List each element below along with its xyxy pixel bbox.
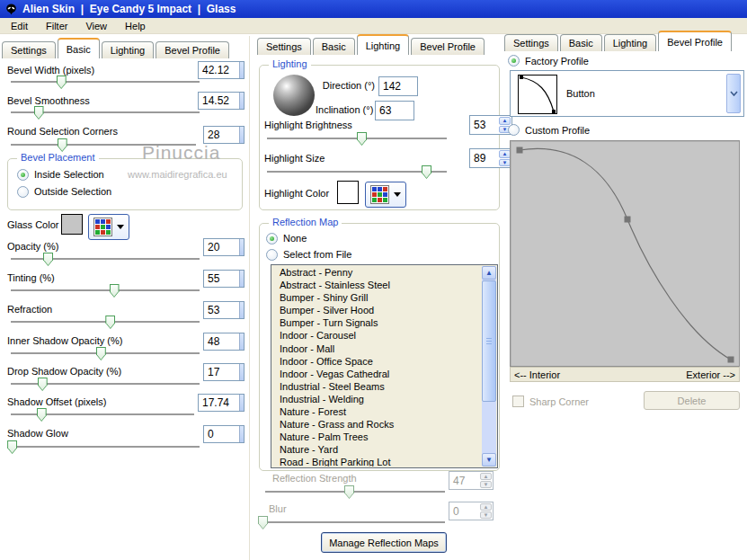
slider-thumb[interactable] — [34, 106, 44, 120]
slider-thumb[interactable] — [38, 378, 48, 391]
radio-label[interactable]: Select from File — [283, 249, 351, 260]
list-item[interactable]: Bumper - Silver Hood — [273, 304, 481, 316]
radio-label[interactable]: None — [283, 233, 307, 244]
radio-label[interactable]: Custom Profile — [525, 125, 590, 136]
highlight-color-picker-button[interactable] — [365, 182, 406, 208]
slider-thumb[interactable] — [58, 138, 67, 152]
drop-shadow-input[interactable]: 17 — [203, 363, 245, 381]
value-spinner[interactable] — [239, 302, 244, 318]
menu-edit[interactable]: Edit — [2, 20, 37, 32]
shadow-offset-input[interactable]: 17.74 — [198, 394, 245, 412]
value-spinner[interactable] — [239, 395, 244, 411]
list-item[interactable]: Indoor - Vegas Cathedral — [273, 368, 481, 380]
highlight-color-swatch[interactable] — [337, 181, 359, 204]
tab-bevel-profile[interactable]: Bevel Profile — [658, 31, 732, 51]
tab-bevel-profile[interactable]: Bevel Profile — [411, 38, 485, 55]
slider-thumb[interactable] — [422, 165, 431, 179]
tinting-input[interactable]: 55 — [203, 270, 245, 288]
menu-view[interactable]: View — [76, 20, 116, 32]
slider-thumb[interactable] — [7, 440, 17, 454]
value-spinner[interactable] — [239, 127, 244, 143]
curve-handle[interactable] — [625, 217, 631, 223]
glass-color-swatch[interactable] — [61, 214, 83, 235]
slider-thumb[interactable] — [96, 347, 106, 360]
scroll-up-icon[interactable]: ▲ — [482, 266, 496, 280]
bevel-smoothness-input[interactable]: 14.52 — [198, 92, 245, 110]
list-item[interactable]: Nature - Forest — [273, 405, 481, 418]
slider-thumb[interactable] — [37, 408, 47, 422]
round-corners-input[interactable]: 28 — [203, 126, 245, 144]
tab-settings[interactable]: Settings — [2, 41, 56, 58]
highlight-size-slider[interactable] — [267, 171, 447, 173]
list-item[interactable]: Indoor - Mall — [273, 342, 481, 355]
direction-input[interactable]: 142 — [378, 76, 418, 96]
bevel-width-slider[interactable] — [11, 81, 200, 83]
list-item[interactable]: Industrial - Welding — [273, 393, 481, 405]
bevel-smoothness-slider[interactable] — [11, 111, 200, 113]
refraction-input[interactable]: 53 — [203, 301, 245, 319]
menu-help[interactable]: Help — [116, 20, 155, 32]
glass-color-picker-button[interactable] — [88, 214, 129, 240]
tinting-slider[interactable] — [11, 289, 200, 291]
slider-thumb[interactable] — [105, 316, 115, 329]
light-direction-ball[interactable] — [273, 75, 315, 116]
radio-label[interactable]: Inside Selection — [34, 169, 104, 180]
outside-selection-radio[interactable] — [17, 186, 29, 198]
tab-bevel-profile[interactable]: Bevel Profile — [156, 41, 229, 58]
refraction-slider[interactable] — [11, 321, 200, 323]
tab-lighting[interactable]: Lighting — [357, 34, 410, 55]
value-spinner[interactable] — [239, 239, 244, 255]
tab-settings[interactable]: Settings — [257, 38, 311, 55]
inner-shadow-slider[interactable] — [11, 352, 200, 354]
tab-basic[interactable]: Basic — [313, 38, 355, 55]
value-spinner[interactable] — [239, 333, 244, 350]
list-item[interactable]: Abstract - Stainless Steel — [273, 279, 481, 291]
list-item[interactable]: Indoor - Carousel — [273, 329, 481, 342]
list-item[interactable]: Bumper - Shiny Grill — [273, 291, 481, 304]
radio-label[interactable]: Outside Selection — [34, 186, 111, 197]
opacity-input[interactable]: 20 — [203, 238, 245, 256]
factory-profile-radio[interactable] — [508, 55, 520, 67]
slider-thumb[interactable] — [57, 76, 67, 89]
bevel-profile-curve-editor[interactable] — [510, 140, 740, 367]
shadow-glow-slider[interactable] — [11, 446, 200, 448]
value-spinner[interactable] — [239, 271, 244, 287]
list-item[interactable]: Nature - Grass and Rocks — [273, 418, 481, 431]
radio-label[interactable]: Factory Profile — [525, 56, 589, 67]
list-item[interactable]: Nature - Yard — [273, 443, 481, 456]
factory-profile-dropdown[interactable]: Button — [510, 70, 744, 117]
opacity-slider[interactable] — [11, 258, 200, 260]
inner-shadow-input[interactable]: 48 — [203, 333, 245, 351]
slider-thumb[interactable] — [110, 284, 120, 298]
tab-basic[interactable]: Basic — [58, 38, 100, 58]
list-item[interactable]: Bumper - Turn Signals — [273, 316, 481, 329]
value-spinner[interactable] — [239, 426, 244, 442]
value-spinner[interactable] — [239, 364, 244, 380]
value-spinner[interactable] — [239, 93, 244, 109]
manage-reflection-maps-button[interactable]: Manage Reflection Maps — [321, 532, 447, 553]
menu-filter[interactable]: Filter — [37, 20, 76, 32]
scrollbar-thumb[interactable] — [482, 280, 496, 402]
curve-handle[interactable] — [728, 357, 734, 363]
inside-selection-radio[interactable] — [17, 169, 29, 181]
list-item[interactable]: Indoor - Office Space — [273, 355, 481, 368]
reflection-none-radio[interactable] — [266, 233, 278, 244]
list-item[interactable]: Abstract - Penny — [273, 266, 481, 279]
shadow-glow-input[interactable]: 0 — [203, 425, 245, 443]
tab-settings[interactable]: Settings — [504, 34, 558, 51]
drop-shadow-slider[interactable] — [11, 383, 200, 385]
tab-lighting[interactable]: Lighting — [102, 41, 155, 58]
curve-handle[interactable] — [517, 147, 523, 154]
highlight-brightness-slider[interactable] — [267, 138, 447, 139]
list-item[interactable]: Industrial - Steel Beams — [273, 380, 481, 393]
slider-thumb[interactable] — [357, 132, 367, 146]
reflection-file-radio[interactable] — [266, 249, 278, 261]
inclination-input[interactable]: 63 — [375, 101, 414, 120]
list-scrollbar[interactable]: ▲ ▼ — [482, 266, 496, 467]
shadow-offset-slider[interactable] — [11, 413, 194, 415]
tab-basic[interactable]: Basic — [560, 34, 602, 51]
slider-thumb[interactable] — [43, 253, 53, 266]
bevel-width-input[interactable]: 42.12 — [198, 61, 245, 79]
list-item[interactable]: Nature - Palm Trees — [273, 431, 481, 443]
dropdown-chevron[interactable] — [726, 74, 741, 113]
